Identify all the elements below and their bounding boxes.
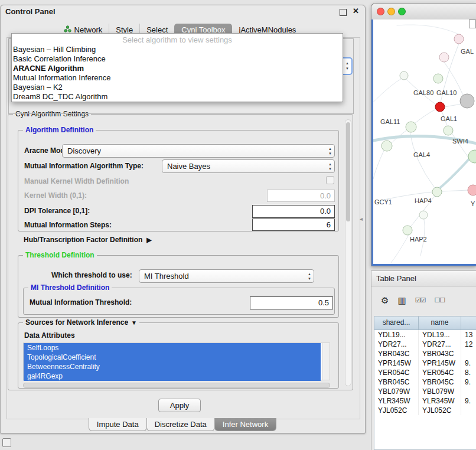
attribute-list-item[interactable]: SelfLoops — [24, 343, 321, 353]
network-node[interactable] — [468, 150, 476, 163]
mi-steps-label: Mutual Information Steps: — [24, 221, 112, 229]
table-cell: YJL052C — [418, 406, 461, 415]
column-header[interactable] — [461, 317, 476, 330]
table-cell: 13 — [461, 330, 476, 340]
table-cell: YDR27... — [374, 340, 418, 349]
bottom-tab-infer-network[interactable]: Infer Network — [214, 418, 276, 431]
table-row[interactable]: YBR045CYBR045C9. — [374, 377, 476, 387]
network-edge[interactable] — [445, 104, 462, 107]
column-header[interactable]: name — [418, 317, 461, 330]
network-node[interactable] — [439, 53, 449, 62]
network-scrollbar-corner[interactable] — [469, 19, 476, 28]
dropdown-item[interactable]: Basic Correlation Inference — [12, 54, 343, 64]
network-node-label: HAP4 — [415, 197, 432, 204]
network-window-titlebar[interactable] — [371, 4, 476, 20]
network-node[interactable] — [406, 122, 416, 132]
apply-button[interactable]: Apply — [158, 399, 201, 412]
network-node[interactable] — [433, 74, 443, 83]
network-node[interactable] — [403, 226, 412, 235]
network-edge[interactable] — [442, 190, 468, 191]
network-edge[interactable] — [397, 25, 459, 34]
mi-type-select[interactable]: Naive Bayes ▲▼ — [162, 159, 335, 173]
table-cell: YBR043C — [418, 349, 461, 358]
attribute-list-item[interactable]: TopologicalCoefficient — [24, 353, 321, 362]
network-node[interactable] — [454, 34, 464, 44]
dropdown-item[interactable]: ARACNE Algorithm — [12, 64, 343, 73]
network-node-label: GAL — [461, 48, 474, 55]
network-node[interactable] — [382, 141, 392, 151]
network-edge[interactable] — [373, 79, 402, 102]
attribute-list-item[interactable]: gal4RGexp — [24, 371, 321, 381]
dropdown-item[interactable]: Mutual Information Inference — [12, 73, 343, 83]
table-cell: YBL079W — [418, 387, 461, 396]
mac-close-button[interactable] — [377, 8, 384, 15]
table-row[interactable]: YDR27...YDR27...12 — [374, 340, 476, 349]
columns-icon[interactable]: ▥ — [397, 296, 406, 305]
network-node-label: GCY1 — [374, 198, 392, 206]
dpi-tolerance-input[interactable]: 0.0 — [252, 205, 335, 218]
table-panel-title: Table Panel — [376, 274, 416, 283]
select-all-icon[interactable]: ☑☑ — [415, 297, 426, 304]
network-edge[interactable] — [415, 109, 436, 123]
which-threshold-select[interactable]: MI Threshold ▲▼ — [139, 269, 314, 283]
mac-zoom-button[interactable] — [398, 8, 406, 15]
network-node-label: HAP2 — [410, 236, 427, 243]
network-edge[interactable] — [373, 151, 384, 179]
network-node[interactable] — [432, 187, 442, 197]
aracne-mode-select[interactable]: Discovery ▲▼ — [62, 144, 335, 158]
close-icon[interactable]: ✕ — [353, 6, 359, 15]
table-row[interactable]: YJL052CYJL052C — [374, 406, 476, 415]
table-cell: YLR345W — [418, 396, 461, 406]
minimized-panel-icon[interactable] — [2, 438, 11, 447]
kernel-width-input[interactable]: 0.0 — [267, 190, 335, 202]
scrollbar-thumb[interactable] — [346, 122, 350, 221]
dropdown-item[interactable]: Bayesian – Hill Climbing — [12, 45, 343, 54]
mi-threshold-input[interactable]: 0.5 — [250, 296, 333, 309]
attribute-list-item[interactable]: BetweennessCentrality — [24, 362, 321, 371]
network-canvas[interactable]: GALGAL80GAL10GAL11GAL1SWI4GAL4GCY1HAP4HA… — [371, 19, 476, 266]
network-node[interactable] — [400, 71, 408, 80]
network-node[interactable] — [419, 211, 428, 219]
stepper-arrows-icon: ▲▼ — [345, 61, 349, 71]
mi-steps-input[interactable]: 6 — [252, 219, 335, 231]
table-row[interactable]: YER054CYER054C8. — [374, 368, 476, 377]
mi-type-value: Naive Bayes — [167, 160, 210, 172]
network-node[interactable] — [435, 102, 445, 112]
bottom-tab-impute-data[interactable]: Impute Data — [89, 418, 147, 431]
threshold-definition-group: Threshold Definition Which threshold to … — [18, 255, 339, 318]
dropdown-item[interactable]: Bayesian – K2 — [12, 83, 343, 92]
float-window-icon[interactable] — [340, 9, 347, 16]
gear-icon[interactable]: ⚙ — [381, 296, 389, 305]
hub-definition-expander[interactable]: Hub/Transcription Factor Definition▶ — [24, 236, 152, 244]
network-node[interactable] — [444, 126, 453, 135]
splitter-handle-icon[interactable]: ◂ — [360, 216, 363, 222]
table-row[interactable]: YBL079WYBL079W — [374, 387, 476, 396]
table-row[interactable]: YDL19...YDL19...13 — [374, 330, 476, 340]
table-cell: 9. — [461, 377, 476, 387]
manual-kernel-checkbox[interactable] — [326, 176, 334, 184]
table-panel-header[interactable]: Table Panel — [371, 270, 476, 286]
dropdown-item[interactable]: Dream8 DC_TDC Algorithm — [12, 92, 343, 102]
column-header[interactable]: shared... — [374, 317, 418, 330]
bottom-tab-discretize-data[interactable]: Discretize Data — [146, 418, 215, 431]
which-threshold-label: Which threshold to use: — [51, 271, 132, 279]
dpi-tolerance-label: DPI Tolerance [0,1]: — [24, 207, 90, 215]
deselect-all-icon[interactable]: ☐☐ — [434, 297, 445, 304]
stepper-arrows-icon: ▲▼ — [308, 272, 311, 281]
expand-arrow-icon[interactable]: ▶ — [146, 236, 151, 243]
attribute-list-hscrollbar[interactable] — [23, 383, 330, 388]
table-row[interactable]: YLR345WYLR345W9. — [374, 396, 476, 406]
network-node[interactable] — [460, 94, 474, 108]
mac-minimize-button[interactable] — [387, 8, 395, 15]
table-row[interactable]: YPR145WYPR145W9. — [374, 358, 476, 368]
network-node[interactable] — [468, 185, 476, 195]
sources-title[interactable]: Sources for Network Inference▼ — [23, 318, 139, 327]
settings-scrollbar[interactable] — [345, 119, 351, 386]
network-edge[interactable] — [410, 132, 435, 188]
network-edge[interactable] — [391, 235, 409, 263]
collapse-arrow-icon[interactable]: ▼ — [131, 319, 137, 326]
network-graph: GALGAL80GAL10GAL11GAL1SWI4GAL4GCY1HAP4HA… — [373, 19, 476, 265]
table-row[interactable]: YBR043CYBR043C — [374, 349, 476, 358]
attribute-list-scrollbar[interactable] — [322, 343, 330, 380]
table-cell: 9. — [461, 396, 476, 406]
